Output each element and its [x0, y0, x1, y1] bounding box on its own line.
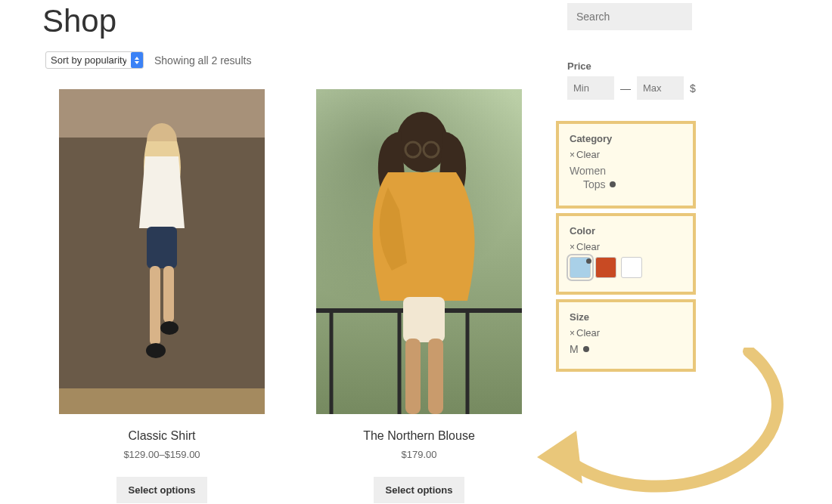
color-filter-box: Color × Clear [556, 213, 696, 295]
product-figure-icon [316, 89, 522, 414]
product-figure-icon [116, 115, 207, 364]
clear-color-link[interactable]: × Clear [570, 241, 682, 252]
size-filter-box: Size × Clear M [556, 299, 696, 372]
product-image[interactable] [316, 89, 522, 414]
price-max-input[interactable] [637, 76, 684, 100]
svg-marker-16 [537, 431, 582, 484]
color-swatch-orange[interactable] [595, 257, 616, 278]
product-price: $179.00 [316, 449, 522, 460]
clear-x-icon: × [570, 328, 575, 339]
product-title: Classic Shirt [59, 429, 265, 443]
price-dash: — [620, 82, 631, 94]
svg-rect-3 [163, 266, 174, 323]
sort-select[interactable]: Sort by popularity [45, 51, 144, 69]
sort-row: Sort by popularity Showing all 2 results [45, 51, 251, 69]
selected-dot-icon [610, 181, 616, 187]
product-card: Classic Shirt $129.00–$159.00 Select opt… [59, 89, 265, 503]
search-input[interactable] [567, 3, 692, 30]
category-filter-box: Category × Clear Women Tops [556, 121, 696, 209]
size-label: M [570, 343, 579, 355]
svg-rect-15 [428, 339, 443, 414]
clear-size-link[interactable]: × Clear [570, 327, 682, 339]
product-title: The Northern Blouse [316, 429, 522, 443]
product-grid: Classic Shirt $129.00–$159.00 Select opt… [59, 89, 522, 503]
selected-dot-icon [586, 258, 591, 264]
svg-rect-2 [150, 266, 160, 345]
category-child-label: Tops [583, 178, 606, 190]
sort-select-wrap: Sort by popularity [45, 51, 144, 69]
color-swatch-lightblue[interactable] [570, 257, 591, 278]
svg-rect-1 [147, 227, 177, 268]
price-min-input[interactable] [567, 76, 614, 100]
sidebar: Price — $ [567, 3, 696, 100]
result-count: Showing all 2 results [154, 54, 251, 66]
page-title: Shop [42, 3, 116, 39]
color-swatches [570, 257, 682, 278]
svg-point-4 [146, 343, 166, 358]
filter-title: Category [570, 133, 682, 144]
clear-label: Clear [576, 149, 600, 160]
category-item-tops[interactable]: Tops [570, 178, 682, 190]
product-image[interactable] [59, 89, 265, 414]
select-options-button[interactable]: Select options [116, 477, 208, 503]
price-inputs: — $ [567, 76, 696, 100]
product-card: The Northern Blouse $179.00 Select optio… [316, 89, 522, 503]
svg-point-10 [396, 112, 448, 172]
price-label: Price [567, 60, 696, 72]
svg-rect-14 [405, 339, 421, 414]
category-item-women[interactable]: Women [570, 165, 682, 177]
clear-category-link[interactable]: × Clear [570, 149, 682, 160]
select-options-button[interactable]: Select options [374, 477, 465, 503]
price-filter: Price — $ [567, 60, 696, 100]
product-price: $129.00–$159.00 [59, 449, 265, 460]
price-currency: $ [690, 82, 696, 94]
clear-x-icon: × [570, 150, 575, 160]
size-item-m[interactable]: M [570, 343, 682, 355]
clear-label: Clear [576, 327, 600, 339]
filter-title: Color [570, 225, 682, 237]
svg-point-5 [160, 321, 179, 335]
filter-title: Size [570, 311, 682, 323]
clear-label: Clear [576, 241, 600, 252]
color-swatch-white[interactable] [621, 257, 642, 278]
clear-x-icon: × [570, 242, 575, 252]
selected-dot-icon [583, 346, 589, 352]
svg-rect-13 [403, 297, 445, 342]
